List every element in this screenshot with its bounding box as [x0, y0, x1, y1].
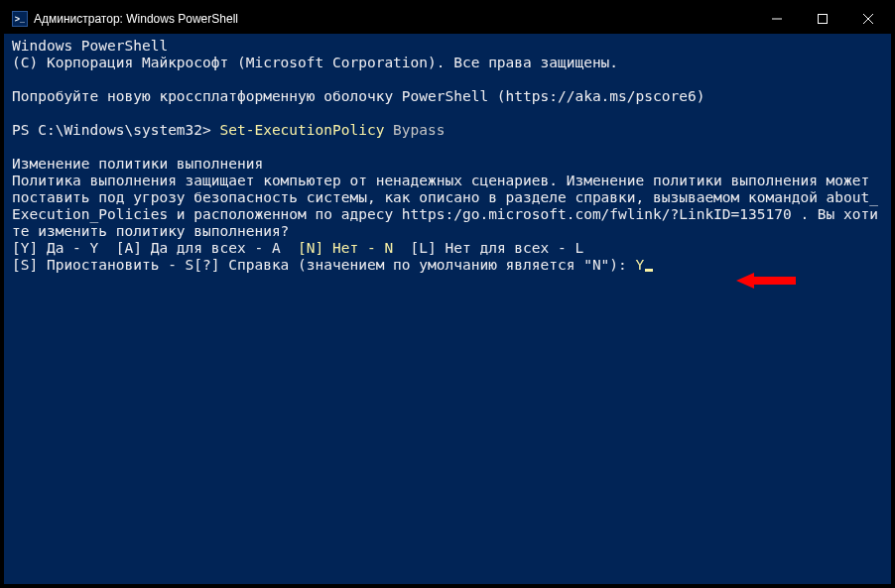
powershell-window: >_ Администратор: Windows PowerShell Win…: [0, 0, 895, 588]
opts2-pre: [S] Приостановить - S[?] Справка (значен…: [12, 257, 636, 273]
terminal-output[interactable]: Windows PowerShell (C) Корпорация Майкро…: [4, 34, 891, 282]
opts1-post: [L] Нет для всех - L: [393, 240, 583, 256]
svg-rect-1: [819, 15, 828, 24]
close-button[interactable]: [845, 4, 891, 34]
argument: Bypass: [384, 122, 445, 138]
command: Set-ExecutionPolicy: [220, 122, 385, 138]
policy-title: Изменение политики выполнения: [12, 156, 263, 172]
prompt: PS C:\Windows\system32>: [12, 122, 220, 138]
ps-tryline: Попробуйте новую кроссплатформенную обол…: [12, 88, 704, 104]
maximize-button[interactable]: [800, 4, 845, 34]
powershell-icon: >_: [12, 11, 28, 27]
window-title: Администратор: Windows PowerShell: [34, 12, 238, 26]
titlebar-left: >_ Администратор: Windows PowerShell: [4, 11, 238, 27]
opts1-pre: [Y] Да - Y [A] Да для всех - A: [12, 240, 298, 256]
titlebar[interactable]: >_ Администратор: Windows PowerShell: [4, 4, 891, 34]
user-input: Y: [636, 257, 645, 273]
window-controls: [754, 4, 891, 34]
ps-header-1: Windows PowerShell: [12, 38, 168, 54]
minimize-button[interactable]: [754, 4, 800, 34]
opts1-mid: [N] Нет - N: [298, 240, 393, 256]
cursor: [645, 269, 653, 272]
ps-header-2: (C) Корпорация Майкрософт (Microsoft Cor…: [12, 55, 618, 70]
policy-body: Политика выполнения защищает компьютер о…: [12, 173, 878, 239]
